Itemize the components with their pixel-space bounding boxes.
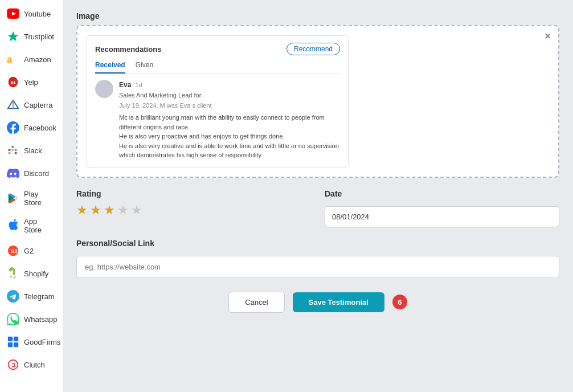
facebook-icon [7, 121, 19, 134]
sidebar-item-slack[interactable]: Slack [0, 139, 63, 162]
badge-count: 6 [392, 295, 407, 309]
slack-icon [7, 144, 19, 157]
sidebar-item-telegram[interactable]: Telegram [0, 285, 63, 308]
personal-link-input[interactable] [76, 256, 559, 278]
sidebar-label-appstore: App Store [24, 217, 56, 234]
tab-given[interactable]: Given [136, 61, 153, 74]
sidebar-label-facebook: Facebook [24, 124, 56, 132]
linkedin-tabs: Received Given [95, 61, 340, 74]
date-section: Date [325, 189, 559, 227]
sidebar-item-goodfirms[interactable]: GoodFirms [0, 330, 63, 353]
star-4[interactable]: ★ [117, 203, 129, 218]
svg-text:G2: G2 [10, 248, 17, 254]
sidebar-label-slack: Slack [24, 146, 42, 155]
date-input[interactable] [325, 206, 559, 227]
svg-rect-7 [11, 149, 14, 151]
sidebar-label-goodfirms: GoodFirms [24, 338, 60, 346]
sidebar-item-playstore[interactable]: Play Store [0, 185, 63, 212]
reviewer-title: Sales And Marketing Lead for [119, 91, 340, 101]
svg-text:a: a [7, 54, 13, 64]
cancel-button[interactable]: Cancel [228, 292, 284, 313]
svg-rect-9 [15, 152, 17, 154]
trustpilot-icon [7, 30, 19, 43]
sidebar-label-capterra: Capterra [24, 101, 53, 109]
capterra-icon [7, 99, 19, 111]
reviewer-name: Eva [119, 81, 131, 89]
main-content: Image ✕ Recommendations Recommend Receiv… [63, 0, 573, 392]
date-label: Date [325, 189, 559, 198]
tab-received[interactable]: Received [95, 61, 125, 74]
whatsapp-icon [7, 313, 19, 325]
svg-rect-14 [8, 342, 13, 347]
reviewer-avatar [95, 80, 113, 98]
sidebar-label-playstore: Play Store [24, 190, 56, 207]
reviewer-date: July 19, 2024. M was Eva s client [119, 101, 340, 111]
sidebar-item-appstore[interactable]: App Store [0, 212, 63, 239]
linkedin-header: Recommendations Recommend [95, 43, 340, 55]
sidebar-label-discord: Discord [24, 169, 49, 178]
amazon-icon: a [7, 53, 19, 66]
review-body-2: He is also very proactive and has enjoys… [119, 133, 284, 140]
svg-rect-6 [11, 146, 14, 148]
star-1[interactable]: ★ [76, 203, 88, 218]
svg-rect-8 [15, 149, 17, 151]
sidebar-label-telegram: Telegram [24, 292, 54, 301]
preview-close-button[interactable]: ✕ [544, 32, 551, 41]
personal-link-section: Personal/Social Link [76, 239, 559, 278]
shopify-icon [7, 267, 19, 280]
personal-link-label: Personal/Social Link [76, 239, 559, 248]
sidebar: YoutubeTrustpilotaAmazonYelpCapterraFace… [0, 0, 63, 392]
linkedin-card: Recommendations Recommend Received Given… [87, 35, 349, 168]
sidebar-label-whatsapp: Whatsapp [24, 315, 58, 324]
svg-rect-4 [9, 149, 11, 151]
star-5[interactable]: ★ [131, 203, 142, 218]
rating-label: Rating [76, 189, 311, 198]
buttons-row: Cancel Save Testimonial 6 [76, 292, 559, 313]
star-2[interactable]: ★ [90, 203, 101, 218]
svg-rect-15 [14, 342, 18, 347]
sidebar-item-facebook[interactable]: Facebook [0, 116, 63, 139]
sidebar-item-discord[interactable]: Discord [0, 162, 63, 185]
recommend-button[interactable]: Recommend [286, 43, 340, 55]
sidebar-item-shopify[interactable]: Shopify [0, 262, 63, 285]
save-testimonial-button[interactable]: Save Testimonial [293, 292, 384, 312]
sidebar-item-yelp[interactable]: Yelp [0, 71, 63, 93]
playstore-icon [7, 192, 19, 205]
g2-icon: G2 [7, 244, 19, 257]
image-section-label: Image [76, 11, 559, 21]
sidebar-label-g2: G2 [24, 247, 34, 255]
review-body: Mc is a brilliant young man with the abi… [119, 113, 340, 160]
sidebar-item-clutch[interactable]: Clutch [0, 353, 63, 376]
clutch-icon [7, 358, 19, 371]
telegram-icon [7, 290, 19, 303]
svg-marker-0 [8, 31, 18, 41]
discord-icon [7, 167, 19, 179]
sidebar-label-trustpilot: Trustpilot [24, 32, 54, 41]
sidebar-label-yelp: Yelp [24, 78, 38, 87]
appstore-icon [7, 219, 19, 232]
review-body-1: Mc is a brilliant young man with the abi… [119, 114, 325, 130]
sidebar-item-trustpilot[interactable]: Trustpilot [0, 25, 63, 48]
stars-container: ★★★★★ [76, 203, 311, 218]
sidebar-item-whatsapp[interactable]: Whatsapp [0, 308, 63, 330]
linkedin-review: Eva 1d Sales And Marketing Lead for July… [95, 80, 340, 160]
yelp-icon [7, 76, 19, 88]
svg-rect-13 [14, 337, 18, 341]
sidebar-label-youtube: Youtube [24, 10, 51, 18]
sidebar-item-amazon[interactable]: aAmazon [0, 48, 63, 71]
star-3[interactable]: ★ [104, 203, 115, 218]
svg-rect-12 [8, 337, 13, 341]
sidebar-label-shopify: Shopify [24, 270, 48, 278]
review-body-3: He is also very creative and is able to … [119, 142, 339, 159]
youtube-icon [7, 7, 19, 20]
reviewer-info: Eva 1d Sales And Marketing Lead for July… [119, 80, 340, 160]
sidebar-item-capterra[interactable]: Capterra [0, 93, 63, 116]
sidebar-label-clutch: Clutch [24, 361, 45, 369]
linkedin-card-title: Recommendations [95, 45, 161, 54]
sidebar-item-youtube[interactable]: Youtube [0, 2, 63, 25]
goodfirms-icon [7, 336, 19, 348]
image-preview-box: ✕ Recommendations Recommend Received Giv… [76, 25, 559, 178]
sidebar-item-g2[interactable]: G2G2 [0, 239, 63, 262]
rating-date-row: Rating ★★★★★ Date [76, 189, 559, 227]
reviewer-time: 1d [135, 81, 142, 88]
